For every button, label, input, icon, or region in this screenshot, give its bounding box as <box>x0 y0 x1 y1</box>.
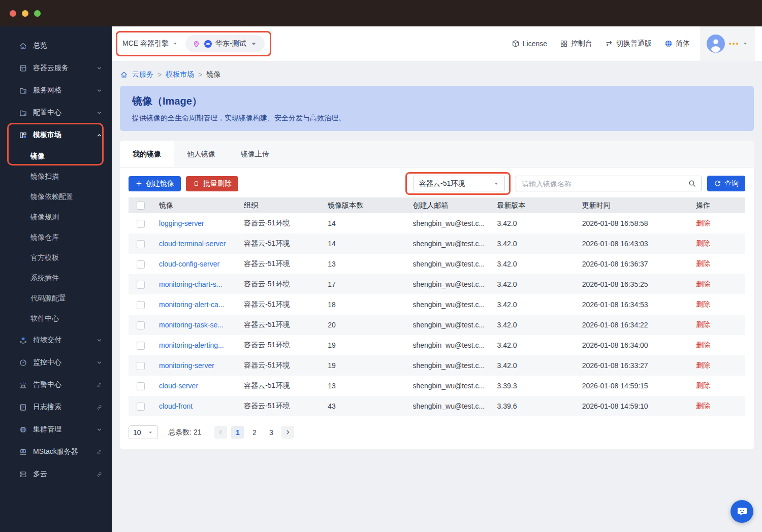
sidebar-item[interactable]: 日志搜索 <box>0 396 112 418</box>
row-checkbox[interactable] <box>137 260 145 269</box>
next-page-button[interactable] <box>281 426 294 439</box>
topbar-action-switch-edition[interactable]: 切换普通版 <box>605 39 652 48</box>
latest-cell: 3.42.0 <box>491 213 576 234</box>
image-name-link[interactable]: cloud-terminal-server <box>159 240 226 248</box>
product-selector[interactable]: MCE 容器引擎 <box>122 39 178 48</box>
image-name-link[interactable]: monitoring-alert-ca... <box>159 301 224 309</box>
sidebar-subitem[interactable]: 镜像扫描 <box>0 167 112 187</box>
delete-link[interactable]: 删除 <box>696 219 710 227</box>
sidebar-subitem[interactable]: 软件中心 <box>0 309 112 329</box>
chevron-down-icon <box>96 426 103 433</box>
location-pin-icon <box>192 40 201 48</box>
environment-selector[interactable]: 华东-测试 <box>185 35 265 52</box>
row-checkbox[interactable] <box>137 382 145 390</box>
batch-delete-button[interactable]: 批量删除 <box>186 176 238 191</box>
page-banner: 镜像（Image） 提供镜像的全生命周期管理，实现镜像构建、安全分发与高效治理。 <box>120 86 754 131</box>
sidebar-item[interactable]: 配置中心 <box>0 102 112 124</box>
topbar-action-language[interactable]: 简体 <box>664 39 690 48</box>
delete-link[interactable]: 删除 <box>696 361 710 369</box>
sidebar-item[interactable]: 容器云服务 <box>0 57 112 79</box>
sidebar-item[interactable]: MStack服务器 <box>0 441 112 463</box>
image-name-link[interactable]: cloud-config-server <box>159 260 219 268</box>
sidebar-item[interactable]: 集群管理 <box>0 418 112 441</box>
image-name-link[interactable]: cloud-front <box>159 402 193 410</box>
row-checkbox[interactable] <box>137 321 145 329</box>
window-maximize-button[interactable] <box>34 10 41 17</box>
row-checkbox[interactable] <box>137 403 145 411</box>
sidebar-subitem[interactable]: 系统插件 <box>0 268 112 288</box>
user-menu[interactable] <box>700 26 755 61</box>
search-box <box>516 176 702 191</box>
row-checkbox[interactable] <box>137 281 145 289</box>
image-name-link[interactable]: monitoring-alerting... <box>159 341 224 349</box>
create-image-button[interactable]: 创建镜像 <box>129 176 181 191</box>
versions-cell: 43 <box>322 396 406 416</box>
window-minimize-button[interactable] <box>22 10 28 17</box>
delete-link[interactable]: 删除 <box>696 320 710 328</box>
row-checkbox[interactable] <box>137 240 145 248</box>
sidebar-item[interactable]: 服务网格 <box>0 79 112 102</box>
sidebar: 总览容器云服务服务网格配置中心模板市场镜像镜像扫描镜像依赖配置镜像规则镜像仓库官… <box>0 26 112 532</box>
column-header-email: 创建人邮箱 <box>406 197 491 213</box>
sidebar-subitem[interactable]: 代码源配置 <box>0 288 112 309</box>
tab-item[interactable]: 我的镜像 <box>120 141 174 167</box>
sidebar-item-label: 模板市场 <box>33 130 90 140</box>
topbar-action-console[interactable]: 控制台 <box>560 39 592 48</box>
sidebar-subitem[interactable]: 镜像依赖配置 <box>0 187 112 207</box>
breadcrumb-link[interactable]: 模板市场 <box>166 70 194 79</box>
sidebar-item[interactable]: 多云 <box>0 463 112 485</box>
content-area: 云服务>模板市场>镜像 镜像（Image） 提供镜像的全生命周期管理，实现镜像构… <box>112 61 762 532</box>
env-filter-select[interactable]: 容器云-51环境 <box>414 176 505 191</box>
sidebar-item-label: 镜像 <box>30 152 45 161</box>
latest-cell: 3.42.0 <box>491 254 576 274</box>
updated-cell: 2026-01-08 14:59:15 <box>576 376 661 396</box>
window-titlebar <box>0 0 762 26</box>
search-icon[interactable] <box>688 179 696 188</box>
select-all-checkbox[interactable] <box>137 202 145 210</box>
row-checkbox[interactable] <box>137 342 145 350</box>
page-number-button[interactable]: 3 <box>265 426 277 439</box>
page-number-button[interactable]: 2 <box>248 426 261 439</box>
image-name-link[interactable]: monitoring-chart-s... <box>159 280 222 288</box>
page-size-select[interactable]: 10 <box>129 425 158 439</box>
row-checkbox[interactable] <box>137 220 145 228</box>
sidebar-item[interactable]: 持续交付 <box>0 329 112 351</box>
image-name-link[interactable]: logging-server <box>159 219 204 227</box>
delete-link[interactable]: 删除 <box>696 239 710 247</box>
search-input[interactable] <box>516 176 702 191</box>
query-button[interactable]: 查询 <box>707 176 745 191</box>
row-checkbox[interactable] <box>137 301 145 309</box>
external-link-icon <box>96 471 103 478</box>
sidebar-subitem[interactable]: 镜像规则 <box>0 207 112 227</box>
product-selector-label: MCE 容器引擎 <box>122 39 169 48</box>
sidebar-item[interactable]: 模板市场 <box>0 124 112 146</box>
page-title: 镜像（Image） <box>132 94 742 108</box>
help-chat-button[interactable] <box>731 500 753 523</box>
sidebar-subitem[interactable]: 镜像仓库 <box>0 227 112 248</box>
image-name-link[interactable]: monitoring-server <box>159 361 214 370</box>
image-name-link[interactable]: monitoring-task-se... <box>159 321 224 329</box>
console-icon <box>560 40 568 48</box>
tab-item[interactable]: 他人镜像 <box>174 141 228 167</box>
tab-item[interactable]: 镜像上传 <box>228 141 282 167</box>
breadcrumb-link[interactable]: 云服务 <box>132 70 153 79</box>
topbar-action-license[interactable]: License <box>512 40 547 48</box>
sidebar-item[interactable]: 监控中心 <box>0 351 112 374</box>
sidebar-item[interactable]: 总览 <box>0 35 112 57</box>
prev-page-button[interactable] <box>214 426 227 439</box>
delete-link[interactable]: 删除 <box>696 381 710 389</box>
image-name-link[interactable]: cloud-server <box>159 382 198 390</box>
page-number-button[interactable]: 1 <box>231 426 244 439</box>
org-cell: 容器云-51环境 <box>238 213 322 234</box>
delete-link[interactable]: 删除 <box>696 341 710 349</box>
delete-link[interactable]: 删除 <box>696 259 710 268</box>
sidebar-subitem[interactable]: 官方模板 <box>0 248 112 268</box>
sidebar-item[interactable]: 告警中心 <box>0 374 112 396</box>
sidebar-subitem[interactable]: 镜像 <box>0 146 112 167</box>
row-checkbox[interactable] <box>137 362 145 370</box>
window-close-button[interactable] <box>10 10 16 17</box>
chevron-down-icon <box>96 110 103 116</box>
delete-link[interactable]: 删除 <box>696 280 710 288</box>
delete-link[interactable]: 删除 <box>696 300 710 308</box>
delete-link[interactable]: 删除 <box>696 402 710 410</box>
